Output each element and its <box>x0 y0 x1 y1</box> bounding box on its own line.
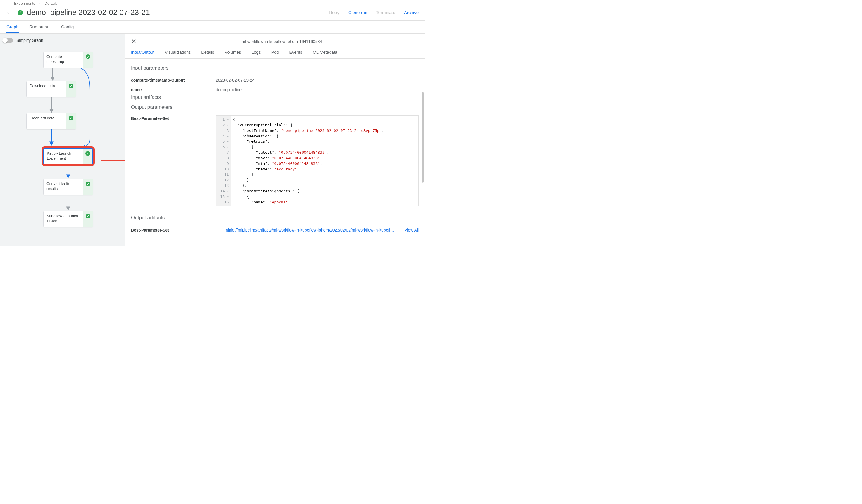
view-all-link[interactable]: View All <box>404 228 419 233</box>
tab-config[interactable]: Config <box>61 21 74 33</box>
check-icon: ✓ <box>69 84 74 88</box>
node-download-data[interactable]: Download data ✓ <box>26 81 76 97</box>
node-label: Download data <box>27 81 66 97</box>
subtab-volumes[interactable]: Volumes <box>225 47 241 58</box>
back-arrow-icon[interactable]: ← <box>6 8 13 17</box>
node-label: Kubeflow - Launch TFJob <box>43 211 83 227</box>
subtab-events[interactable]: Events <box>289 47 302 58</box>
status-success-icon: ✓ <box>17 10 23 15</box>
simplify-graph-label: Simplify Graph <box>16 38 43 43</box>
subtab-ml-metadata[interactable]: ML Metadata <box>313 47 337 58</box>
breadcrumb-root[interactable]: Experiments <box>14 1 35 5</box>
check-icon: ✓ <box>86 214 90 218</box>
subtab-details[interactable]: Details <box>201 47 214 58</box>
param-value: 2023-02-02-07-23-24 <box>216 78 254 82</box>
node-katib-launch-experiment[interactable]: Katib - Launch Experiment ✓ <box>43 148 93 164</box>
clone-run-button[interactable]: Clone run <box>348 10 367 15</box>
node-label: Convert katib results <box>43 179 83 195</box>
chevron-right-icon: › <box>39 1 40 5</box>
pipeline-graph[interactable]: Compute timestamp ✓ Download data ✓ Clea… <box>2 46 122 246</box>
archive-button[interactable]: Archive <box>404 10 419 15</box>
tab-run-output[interactable]: Run output <box>29 21 51 33</box>
param-row: name demo-pipeline <box>131 85 419 94</box>
artifact-key: Best-Parameter-Set <box>131 228 216 233</box>
node-compute-timestamp[interactable]: Compute timestamp ✓ <box>43 52 93 68</box>
node-clean-arff-data[interactable]: Clean arff data ✓ <box>26 113 76 129</box>
tab-graph[interactable]: Graph <box>6 21 19 33</box>
node-label: Clean arff data <box>27 114 66 129</box>
node-label: Compute timestamp <box>43 52 83 68</box>
subtab-input-output[interactable]: Input/Output <box>131 47 154 58</box>
workflow-name: ml-workflow-in-kubeflow-jphdm-1641160584 <box>242 39 322 44</box>
param-row: compute-timestamp-Output 2023-02-02-07-2… <box>131 75 419 85</box>
param-key: name <box>131 88 216 92</box>
artifact-path-link[interactable]: minio://mlpipeline/artifacts/ml-workflow… <box>224 228 396 233</box>
subtab-visualizations[interactable]: Visualizations <box>165 47 191 58</box>
check-icon: ✓ <box>86 151 90 156</box>
check-icon: ✓ <box>86 54 90 59</box>
section-output-parameters: Output parameters <box>131 104 419 110</box>
scrollbar[interactable] <box>422 92 424 183</box>
section-output-artifacts: Output artifacts <box>131 215 419 221</box>
breadcrumb-leaf[interactable]: Default <box>45 1 57 5</box>
section-input-parameters: Input parameters <box>131 65 419 71</box>
param-key: compute-timestamp-Output <box>131 78 216 82</box>
page-title: demo_pipeline 2023-02-02 07-23-21 <box>27 8 150 17</box>
check-icon: ✓ <box>69 116 74 120</box>
node-kubeflow-launch-tfjob[interactable]: Kubeflow - Launch TFJob ✓ <box>43 211 93 227</box>
annotation-arrow-icon <box>101 158 125 163</box>
close-icon[interactable]: ✕ <box>131 38 136 45</box>
subtab-logs[interactable]: Logs <box>251 47 261 58</box>
check-icon: ✓ <box>86 182 90 186</box>
param-value: demo-pipeline <box>216 88 241 92</box>
node-label: Katib - Launch Experiment <box>44 149 83 164</box>
section-input-artifacts: Input artifacts <box>131 94 419 100</box>
subtab-pod[interactable]: Pod <box>271 47 279 58</box>
simplify-graph-toggle[interactable] <box>3 38 13 43</box>
retry-button[interactable]: Retry <box>329 10 339 15</box>
json-viewer[interactable]: 1 ▾2 ▾34 ▾5 ▾6 ▾7891011121314 ▾15 ▾16171… <box>216 116 419 206</box>
output-param-key: Best-Parameter-Set <box>131 116 216 121</box>
terminate-button[interactable]: Terminate <box>376 10 395 15</box>
node-convert-katib-results[interactable]: Convert katib results ✓ <box>43 179 93 195</box>
